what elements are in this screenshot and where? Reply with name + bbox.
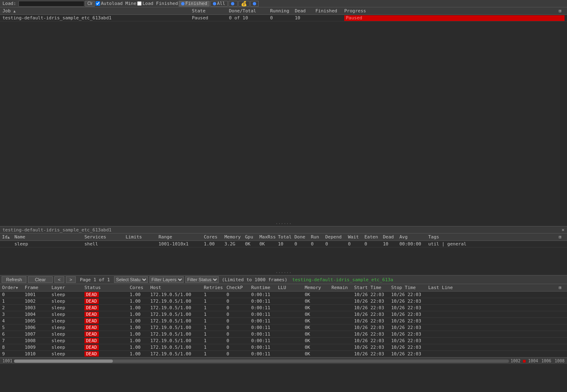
fr-order: 3 [1, 312, 23, 317]
layer-total-col[interactable]: Total [277, 234, 293, 240]
fr-layer: sleep [50, 305, 83, 310]
status-dead-badge: DEAD [84, 312, 99, 317]
fh-stop[interactable]: Stop Time [390, 285, 427, 290]
frame-row[interactable]: 5 1006 sleep DEAD 1.00 172.19.0.5/1.00 1… [0, 324, 567, 331]
fr-order: 7 [1, 338, 23, 343]
fr-runtime: 0:00:11 [250, 351, 277, 357]
scrollbar-label-1006: 1006 [540, 359, 553, 363]
layer-id-col[interactable]: Id▲ [1, 234, 13, 240]
frame-job-name: testing-default-idris_sample_etc_613a [291, 277, 565, 282]
layer-row[interactable]: sleep shell 1001-1010x1 1.00 3.2G 0K 0K … [0, 241, 567, 247]
fh-layer[interactable]: Layer [50, 285, 83, 290]
job-row[interactable]: testing-default-idris_sample_etc_613abd1… [0, 15, 567, 21]
fh-memory[interactable]: Memory [303, 285, 330, 290]
fh-host[interactable]: Host [149, 285, 203, 290]
fr-status: DEAD [83, 299, 128, 304]
layer-limits-col[interactable]: Limits [124, 234, 157, 240]
filter-layers-dropdown[interactable]: Filter Layers [149, 276, 184, 283]
limit-info: (Limited to 1000 frames) [220, 277, 289, 282]
fh-checkp[interactable]: CheckP [225, 285, 250, 290]
fh-remain[interactable]: Remain [330, 285, 353, 290]
fh-llu[interactable]: LLU [277, 285, 303, 290]
layer-depend-col[interactable]: Depend [324, 234, 347, 240]
fh-frame[interactable]: Frame [23, 285, 50, 290]
frame-row[interactable]: 1 1002 sleep DEAD 1.00 172.19.0.5/1.00 1… [0, 298, 567, 305]
layer-wait-col[interactable]: Wait [347, 234, 363, 240]
red-indicator: ■ [522, 358, 527, 364]
lr-done: 0 [293, 241, 310, 247]
layer-dead-col[interactable]: Dead [382, 234, 398, 240]
scrollbar-thumb[interactable] [14, 359, 113, 363]
frame-row[interactable]: 7 1008 sleep DEAD 1.00 172.19.0.5/1.00 1… [0, 338, 567, 344]
status-dead-badge: DEAD [84, 318, 99, 324]
fh-retries[interactable]: Retries [203, 285, 225, 290]
layer-eaten-col[interactable]: Eaten [363, 234, 382, 240]
fh-status[interactable]: Status [83, 285, 128, 290]
load-finished-checkbox-label[interactable]: Load Finished [137, 1, 178, 6]
layer-gpu-col[interactable]: Gpu [244, 234, 258, 240]
job-table-expand-btn[interactable]: ⊞ [559, 8, 566, 14]
fh-lastline[interactable]: Last Line [427, 285, 559, 290]
frame-row[interactable]: 4 1005 sleep DEAD 1.00 172.19.0.5/1.00 1… [0, 318, 567, 324]
fr-host: 172.19.0.5/1.00 [149, 331, 203, 337]
all-tag[interactable]: All [210, 1, 228, 7]
layer-expand-btn[interactable]: ⊞ [559, 234, 566, 240]
fr-checkp: 0 [225, 331, 250, 337]
frame-row[interactable]: 6 1007 sleep DEAD 1.00 172.19.0.5/1.00 1… [0, 331, 567, 338]
scrollbar-label-1004: 1004 [527, 359, 540, 363]
progress-col-header: Progress [343, 8, 559, 14]
load-finished-checkbox[interactable] [137, 1, 142, 6]
layer-close-btn[interactable]: ✕ [560, 227, 566, 233]
layer-cores-col[interactable]: Cores [203, 234, 223, 240]
frame-row[interactable]: 2 1003 sleep DEAD 1.00 172.19.0.5/1.00 1… [0, 305, 567, 311]
fh-runtime[interactable]: Runtime [250, 285, 277, 290]
layer-range-col[interactable]: Range [157, 234, 203, 240]
dot-tag-1[interactable] [229, 1, 238, 7]
fr-status: DEAD [83, 351, 128, 357]
frame-expand-btn[interactable]: ⊞ [559, 285, 566, 290]
fr-memory: 0K [303, 292, 330, 297]
pac-tag[interactable]: 💰 [238, 1, 250, 7]
fr-retries: 1 [203, 305, 225, 310]
layer-services-col[interactable]: Services [83, 234, 124, 240]
layer-avg-col[interactable]: Avg [398, 234, 427, 240]
clr-button[interactable]: Clr [85, 1, 95, 7]
next-page-button[interactable]: > [66, 276, 76, 283]
layer-run-col[interactable]: Run [310, 234, 324, 240]
fh-order[interactable]: Order▼ [1, 285, 23, 290]
autoload-mine-checkbox-label[interactable]: Autoload Mine [96, 1, 136, 6]
fh-cores[interactable]: Cores [128, 285, 149, 290]
frame-row[interactable]: 8 1009 sleep DEAD 1.00 172.19.0.5/1.00 1… [0, 344, 567, 351]
refresh-button[interactable]: Refresh [2, 276, 26, 283]
select-status-dropdown[interactable]: Select Statu [114, 276, 148, 283]
layer-tags-col[interactable]: Tags [427, 234, 559, 240]
clear-button[interactable]: Clear [28, 276, 53, 283]
frame-row[interactable]: 9 1010 sleep DEAD 1.00 172.19.0.5/1.00 1… [0, 351, 567, 357]
fr-retries: 1 [203, 351, 225, 357]
fr-memory: 0K [303, 299, 330, 304]
filter-status-dropdown[interactable]: Filter Status [185, 276, 219, 283]
frame-row[interactable]: 0 1001 sleep DEAD 1.00 172.19.0.5/1.00 1… [0, 292, 567, 298]
lr-cores: 1.00 [203, 241, 223, 247]
finished-tag[interactable]: Finished [179, 1, 210, 7]
fr-layer: sleep [50, 325, 83, 330]
layer-maxrss-col[interactable]: MaxRss [258, 234, 277, 240]
autoload-mine-checkbox[interactable] [96, 1, 100, 6]
load-input[interactable] [19, 1, 84, 7]
job-state-cell: Paused [190, 15, 227, 21]
top-toolbar: Load: Clr Autoload Mine Load Finished Fi… [0, 0, 567, 7]
prev-page-button[interactable]: < [54, 276, 64, 283]
frame-row[interactable]: 3 1004 sleep DEAD 1.00 172.19.0.5/1.00 1… [0, 311, 567, 318]
fr-layer: sleep [50, 318, 83, 324]
dot-tag-2[interactable] [250, 1, 259, 7]
layer-done-col[interactable]: Done [293, 234, 310, 240]
job-col-header[interactable]: Job ▲ [1, 8, 190, 14]
bottom-scrollbar[interactable]: 1001 1002 ■ 1004 1006 1008 [0, 357, 567, 364]
fr-start: 10/26 22:03 [353, 312, 390, 317]
layer-memory-col[interactable]: Memory [223, 234, 244, 240]
fh-start[interactable]: Start Time [353, 285, 390, 290]
scrollbar-track[interactable] [14, 359, 509, 363]
order-sort: ▼ [16, 286, 18, 290]
fr-frame: 1010 [23, 351, 50, 357]
layer-name-col[interactable]: Name [13, 234, 83, 240]
